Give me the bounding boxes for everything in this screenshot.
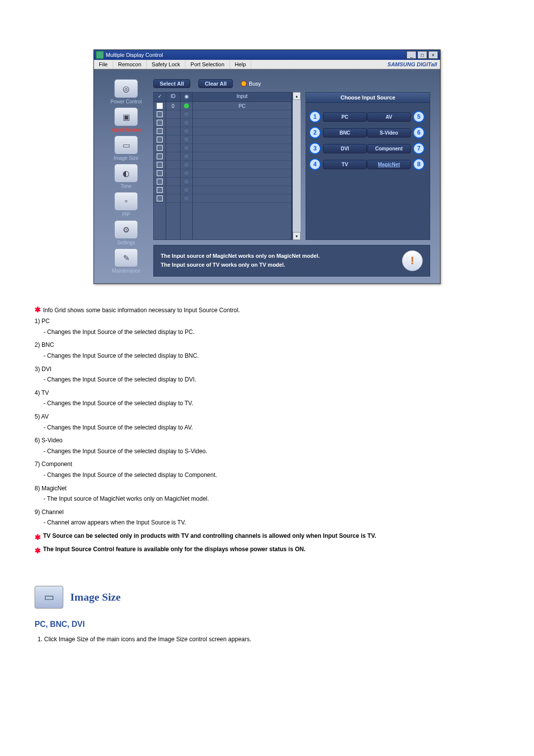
scroll-down-button[interactable]: ▾ [293, 232, 301, 240]
row-checkbox[interactable] [157, 145, 163, 151]
busy-indicator-icon [241, 81, 247, 87]
source-button-component[interactable]: Component [367, 144, 411, 153]
grid-cell[interactable] [180, 127, 192, 136]
footer-text: The Input source of MagicNet works only … [161, 252, 319, 269]
grid-cell[interactable] [193, 161, 291, 169]
row-checkbox[interactable] [157, 137, 163, 142]
grid-cell[interactable] [180, 194, 192, 203]
grid-cell[interactable] [180, 161, 192, 169]
row-checkbox[interactable] [157, 153, 163, 159]
grid-cell[interactable] [180, 136, 192, 144]
grid-cell[interactable] [193, 169, 291, 178]
grid-cell[interactable]: PC [193, 102, 291, 110]
grid-cell[interactable] [154, 161, 166, 169]
grid-cell[interactable] [154, 119, 166, 127]
grid-cell[interactable] [154, 178, 166, 186]
source-button-av[interactable]: AV [367, 112, 411, 122]
row-checkbox[interactable] [157, 128, 163, 134]
menu-remocon[interactable]: Remocon [113, 60, 147, 69]
menu-help[interactable]: Help [230, 60, 252, 69]
grid-cell[interactable] [154, 136, 166, 144]
grid-cell[interactable] [154, 144, 166, 152]
grid-cell[interactable] [166, 152, 180, 161]
grid-cell[interactable] [166, 194, 180, 203]
grid-cell[interactable] [166, 144, 180, 152]
star-icon: ✱ [35, 305, 41, 314]
doc-item-desc: - Channel arrow appears when the Input S… [44, 518, 499, 527]
grid-cell[interactable] [180, 110, 192, 119]
grid-cell[interactable] [154, 152, 166, 161]
grid-cell[interactable] [180, 169, 192, 178]
grid-cell[interactable] [193, 178, 291, 186]
grid-cell[interactable] [166, 136, 180, 144]
source-button-magicnet[interactable]: MagicNet [367, 160, 411, 169]
menu-safety-lock[interactable]: Safety Lock [147, 60, 185, 69]
row-checkbox[interactable] [157, 111, 163, 117]
grid-cell[interactable] [166, 110, 180, 119]
select-all-button[interactable]: Select All [153, 79, 190, 88]
grid-cell[interactable] [180, 152, 192, 161]
grid-cell[interactable] [166, 161, 180, 169]
grid-cell[interactable] [180, 144, 192, 152]
grid-cell[interactable] [193, 186, 291, 194]
source-button-tv[interactable]: TV [323, 160, 367, 169]
grid-scrollbar[interactable]: ▴ ▾ [292, 92, 301, 240]
row-checkbox[interactable] [157, 195, 163, 201]
minimize-button[interactable]: _ [406, 51, 416, 59]
grid-cell[interactable]: 0 [166, 102, 180, 110]
row-checkbox[interactable] [157, 179, 163, 185]
source-button-pc[interactable]: PC [323, 112, 367, 122]
grid-cell[interactable] [154, 110, 166, 119]
menu-port-selection[interactable]: Port Selection [185, 60, 229, 69]
row-checkbox[interactable] [157, 187, 163, 193]
grid-cell[interactable] [166, 127, 180, 136]
row-checkbox[interactable] [157, 170, 163, 176]
grid-cell[interactable] [193, 194, 291, 203]
grid-cell[interactable] [166, 186, 180, 194]
sidebar-item-power-control[interactable]: ◎ Power Control [99, 79, 153, 104]
doc-item-desc: - Changes the Input Source of the select… [44, 375, 499, 384]
grid-cell[interactable] [193, 144, 291, 152]
source-button-bnc[interactable]: BNC [323, 128, 367, 138]
grid-cell[interactable] [180, 186, 192, 194]
sidebar-item-label: Maintenance [99, 268, 153, 274]
grid-cell[interactable] [154, 186, 166, 194]
grid-cell[interactable] [180, 119, 192, 127]
row-checkbox[interactable] [157, 103, 163, 109]
grid-cell[interactable] [154, 194, 166, 203]
maximize-button[interactable]: □ [417, 51, 427, 59]
clear-all-button[interactable]: Clear All [198, 79, 233, 88]
grid-cell[interactable] [154, 169, 166, 178]
sidebar-item-time[interactable]: ◐ Time [99, 164, 153, 189]
grid-cell[interactable] [193, 127, 291, 136]
scroll-up-button[interactable]: ▴ [293, 92, 301, 100]
power-icon: ◎ [114, 79, 138, 98]
sidebar-item-image-size[interactable]: ▭ Image Size [99, 136, 153, 161]
menu-file[interactable]: File [94, 60, 113, 69]
grid-cell[interactable] [193, 152, 291, 161]
grid-cell[interactable] [193, 119, 291, 127]
grid-cell[interactable] [180, 178, 192, 186]
grid-cell[interactable] [166, 119, 180, 127]
row-checkbox[interactable] [157, 162, 163, 168]
sidebar-item-maintenance[interactable]: ✎ Maintenance [99, 248, 153, 274]
close-button[interactable]: × [428, 51, 438, 59]
grid-cell[interactable] [166, 178, 180, 186]
grid-cell[interactable] [180, 102, 192, 110]
grid-cell[interactable] [154, 102, 166, 110]
grid-cell[interactable] [166, 169, 180, 178]
status-dot-icon [183, 128, 189, 134]
sidebar-item-settings[interactable]: ⚙ Settings [99, 220, 153, 245]
row-checkbox[interactable] [157, 120, 163, 126]
sidebar-item-input-source[interactable]: ▣ Input Source [99, 107, 153, 133]
step-text: 1. Click Image Size of the main icons an… [38, 635, 499, 644]
grid-cell[interactable] [193, 110, 291, 119]
doc-item-desc: - Changes the Input Source of the select… [44, 351, 499, 361]
doc-item-title: 8) MagicNet [35, 484, 499, 493]
source-button-s-video[interactable]: S-Video [367, 128, 411, 138]
grid-cell[interactable] [193, 136, 291, 144]
grid-cell[interactable] [154, 127, 166, 136]
sidebar-item-pip[interactable]: ▫ PIP [99, 192, 153, 217]
doc-item-desc: - Changes the Input Source of the select… [44, 447, 499, 456]
source-button-dvi[interactable]: DVI [323, 144, 367, 153]
